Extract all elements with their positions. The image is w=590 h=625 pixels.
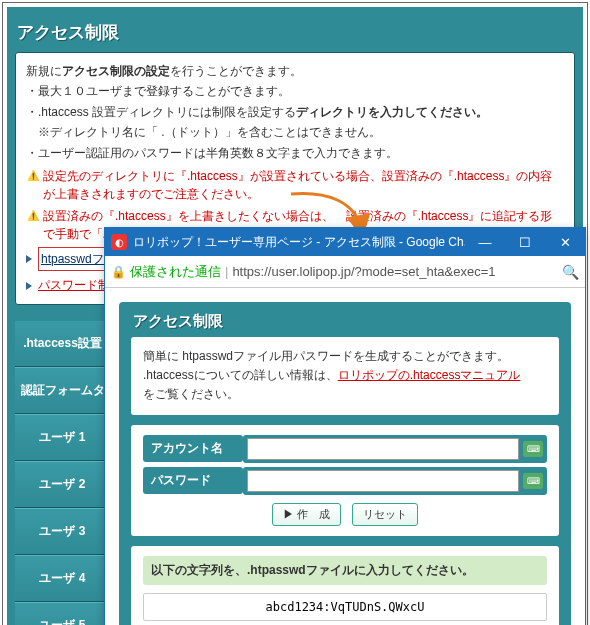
sidebar-item-user1[interactable]: ユーザ 1 xyxy=(15,414,110,461)
desc-line-2-prefix: .htaccessについての詳しい情報は、 xyxy=(143,368,338,382)
keyboard-icon[interactable]: ⌨ xyxy=(523,473,543,489)
warning-icon: ⚠️ xyxy=(26,209,39,222)
bullet-3: ・ユーザー認証用のパスワードは半角英数８文字まで入力できます。 xyxy=(26,143,564,163)
bullet-2-note: ※ディレクトリ名に「 .（ドット）」を含むことはできません。 xyxy=(26,122,564,142)
desc-line-1: 簡単に htpasswdファイル用パスワードを生成することができます。 xyxy=(143,347,547,366)
warning-icon: ⚠️ xyxy=(26,169,39,182)
intro-suffix: を行うことができます。 xyxy=(170,64,302,78)
sidebar-item-user5[interactable]: ユーザ 5 xyxy=(15,602,110,625)
sidebar-item-user4[interactable]: ユーザ 4 xyxy=(15,555,110,602)
window-titlebar: ◐ ロリポップ！ユーザー専用ページ - アクセス制限 - Google Ch..… xyxy=(105,228,585,256)
bullet-1: ・最大１０ユーザまで登録することができます。 xyxy=(26,81,564,101)
htaccess-manual-link[interactable]: ロリポップの.htaccessマニュアル xyxy=(338,368,521,382)
sidebar-item-user2[interactable]: ユーザ 2 xyxy=(15,461,110,508)
sidebar-item-htaccess[interactable]: .htaccess設置 xyxy=(15,321,110,367)
keyboard-icon[interactable]: ⌨ xyxy=(523,441,543,457)
popup-heading: アクセス制限 xyxy=(119,312,571,337)
address-bar: 🔒 保護された通信 | https://user.lolipop.jp/?mod… xyxy=(105,256,585,288)
sidebar-item-authform[interactable]: 認証フォームタ xyxy=(15,367,110,414)
intro-bold: アクセス制限の設定 xyxy=(62,64,170,78)
popup-description: 簡単に htpasswdファイル用パスワードを生成することができます。 .hta… xyxy=(131,337,559,415)
window-close-button[interactable]: ✕ xyxy=(545,228,585,256)
account-input[interactable] xyxy=(247,438,519,460)
desc-line-2-suffix: をご覧ください。 xyxy=(143,385,547,404)
page-title: アクセス制限 xyxy=(7,17,583,52)
bullet-2-bold: ディレクトリを入力してください。 xyxy=(296,105,488,119)
secure-label: 保護された通信 xyxy=(130,263,221,281)
addr-separator: | xyxy=(225,264,228,279)
result-box: 以下の文字列を、.htpasswdファイルに入力してください。 abcd1234… xyxy=(131,546,559,625)
arrow-bullet-icon xyxy=(26,255,32,263)
intro-prefix: 新規に xyxy=(26,64,62,78)
popup-window: ◐ ロリポップ！ユーザー専用ページ - アクセス制限 - Google Ch..… xyxy=(104,227,586,625)
minimize-button[interactable]: — xyxy=(465,228,505,256)
app-icon: ◐ xyxy=(111,234,127,250)
maximize-button[interactable]: ☐ xyxy=(505,228,545,256)
sidebar: .htaccess設置 認証フォームタ ユーザ 1 ユーザ 2 ユーザ 3 ユー… xyxy=(15,313,110,625)
create-button[interactable]: ▶ 作 成 xyxy=(272,503,341,526)
form-box: アカウント名 ⌨ パスワード ⌨ ▶ 作 成 リセット xyxy=(131,425,559,536)
result-label: 以下の文字列を、.htpasswdファイルに入力してください。 xyxy=(143,556,547,585)
result-value: abcd1234:VqTUDnS.QWxcU xyxy=(143,593,547,621)
bullet-2-prefix: ・.htaccess 設置ディレクトリには制限を設定する xyxy=(26,105,296,119)
arrow-bullet-icon xyxy=(26,282,32,290)
password-input[interactable] xyxy=(247,470,519,492)
search-icon[interactable]: 🔍 xyxy=(562,264,579,280)
reset-button[interactable]: リセット xyxy=(352,503,418,526)
url-text[interactable]: https://user.lolipop.jp/?mode=set_hta&ex… xyxy=(232,264,558,279)
sidebar-item-user3[interactable]: ユーザ 3 xyxy=(15,508,110,555)
window-title-text: ロリポップ！ユーザー専用ページ - アクセス制限 - Google Ch... xyxy=(133,234,465,251)
account-label: アカウント名 xyxy=(143,435,243,462)
warning-text-1: 設定先のディレクトリに『.htaccess』が設置されている場合、設置済みの『.… xyxy=(43,167,564,203)
lock-icon: 🔒 xyxy=(111,265,126,279)
password-label: パスワード xyxy=(143,467,243,494)
